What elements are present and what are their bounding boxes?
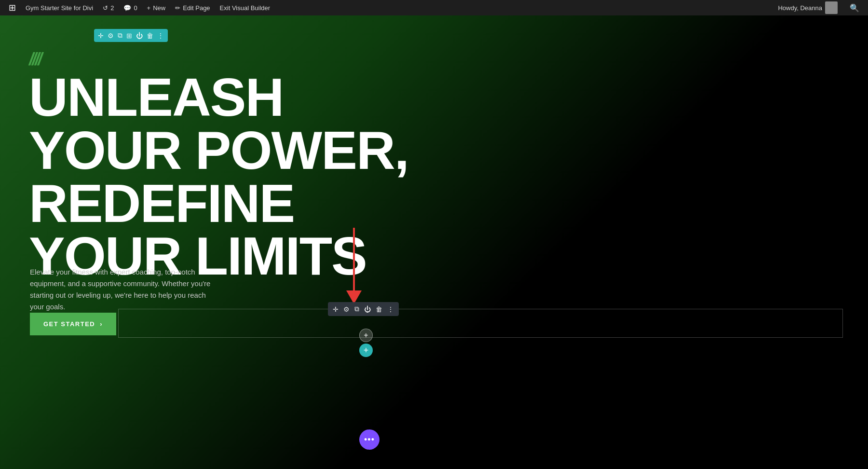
row-more-icon[interactable]: ⋮	[387, 305, 394, 313]
hero-section: ✛ ⚙ ⧉ ⊞ ⏻ 🗑 ⋮ //// UNLEASH YOUR POWER, R…	[0, 15, 868, 469]
add-row-button[interactable]: +	[359, 329, 373, 342]
arrow-shaft	[353, 228, 355, 290]
admin-bar-right: Howdy, Deanna 🔍	[773, 1, 864, 14]
row-delete-icon[interactable]: 🗑	[376, 305, 382, 313]
exit-builder-link[interactable]: Exit Visual Builder	[215, 0, 275, 15]
cta-button[interactable]: GET STARTED ›	[30, 313, 116, 335]
search-icon[interactable]: 🔍	[845, 3, 864, 13]
section-power-icon[interactable]: ⏻	[136, 32, 143, 40]
site-name[interactable]: Gym Starter Site for Divi	[21, 0, 98, 15]
user-menu[interactable]: Howdy, Deanna	[773, 1, 842, 14]
section-more-icon[interactable]: ⋮	[157, 32, 164, 40]
section-settings-icon[interactable]: ⚙	[108, 32, 114, 40]
avatar	[825, 1, 838, 14]
row-settings-icon[interactable]: ⚙	[343, 305, 350, 313]
arrow-indicator	[346, 228, 362, 304]
new-menu[interactable]: + New	[142, 0, 171, 15]
hero-description: Elevate your fitness with expert coachin…	[30, 266, 213, 313]
add-section-button[interactable]: +	[359, 344, 373, 357]
section-duplicate-icon[interactable]: ⧉	[118, 31, 122, 40]
row-add-icon[interactable]: ✛	[333, 305, 339, 313]
row-outline	[118, 309, 843, 338]
admin-bar: ⊞ Gym Starter Site for Divi ↺ 2 💬 0 + Ne…	[0, 0, 868, 15]
section-add-icon[interactable]: ✛	[98, 32, 104, 40]
cta-arrow-icon: ›	[100, 320, 103, 328]
updates-icon[interactable]: ↺ 2	[98, 0, 119, 15]
row-duplicate-icon[interactable]: ⧉	[354, 305, 359, 313]
wordpress-logo[interactable]: ⊞	[4, 0, 21, 15]
page-content: ✛ ⚙ ⧉ ⊞ ⏻ 🗑 ⋮ //// UNLEASH YOUR POWER, R…	[0, 15, 868, 469]
row-toolbar[interactable]: ✛ ⚙ ⧉ ⏻ 🗑 ⋮	[328, 302, 399, 316]
edit-page-link[interactable]: ✏ Edit Page	[170, 0, 215, 15]
section-delete-icon[interactable]: 🗑	[147, 32, 153, 40]
decorative-slashes: ////	[29, 49, 41, 69]
bottom-dots-button[interactable]: •••	[359, 429, 380, 450]
section-grid-icon[interactable]: ⊞	[126, 32, 132, 40]
section-toolbar[interactable]: ✛ ⚙ ⧉ ⊞ ⏻ 🗑 ⋮	[94, 29, 168, 42]
row-power-icon[interactable]: ⏻	[364, 305, 371, 313]
comments-icon[interactable]: 💬 0	[119, 0, 142, 15]
